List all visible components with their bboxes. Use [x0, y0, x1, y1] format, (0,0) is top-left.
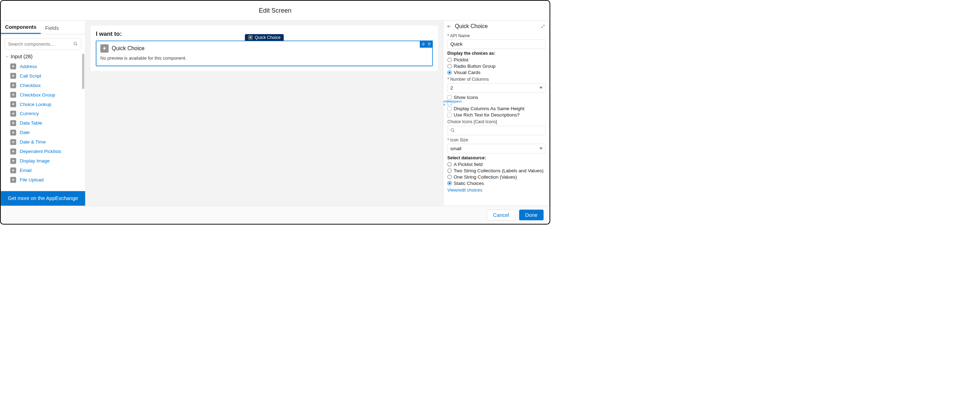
palette-item-label: Email	[20, 168, 32, 173]
palette-item[interactable]: Call Script	[1, 71, 85, 81]
view-edit-choices-link[interactable]: View/edit choices	[447, 188, 546, 193]
component-icon	[10, 167, 16, 173]
component-icon	[10, 83, 16, 89]
palette-item-label: Date	[20, 130, 30, 135]
palette-item[interactable]: Display Image	[1, 156, 85, 166]
component-icon	[10, 139, 16, 145]
checkbox-icon	[447, 113, 452, 117]
palette-item-label: Address	[20, 63, 37, 69]
palette-item-label: Date & Time	[20, 139, 46, 145]
radio-label: Static Choices	[454, 180, 484, 186]
api-name-input[interactable]	[447, 39, 546, 49]
back-button[interactable]	[446, 24, 452, 30]
radio-icon	[447, 168, 452, 173]
checkbox-option[interactable]: Show Icons	[447, 95, 546, 100]
component-icon	[10, 148, 16, 154]
radio-icon	[447, 70, 452, 75]
palette-item[interactable]: Dependent Picklists	[1, 147, 85, 156]
palette-item-label: Checkbox Group	[20, 92, 55, 98]
checkbox-icon: InstantNavigation Mode	[447, 101, 452, 105]
checkbox-label: Use Rich Text for Descriptions?	[454, 112, 520, 118]
svg-point-7	[451, 129, 454, 132]
palette-item-label: Checkbox	[20, 83, 41, 88]
selected-tag: Quick Choice	[245, 34, 284, 41]
cancel-button[interactable]: Cancel	[487, 210, 515, 220]
delete-icon[interactable]	[427, 42, 431, 46]
icon-size-label: Icon Size	[447, 138, 546, 143]
choice-icons-input[interactable]	[457, 128, 542, 133]
palette-item[interactable]: Currency	[1, 109, 85, 119]
screen-canvas: I want to: Quick Choice	[86, 21, 443, 206]
properties-panel: Quick Choice API Name Display the choice…	[443, 21, 549, 206]
component-icon	[10, 102, 16, 107]
no-preview-text: No preview is available for this compone…	[100, 56, 428, 61]
done-button[interactable]: Done	[519, 210, 544, 220]
checkbox-option[interactable]: Display Columns As Same Height	[447, 106, 546, 111]
choice-icons-search[interactable]	[447, 125, 546, 135]
expand-button[interactable]	[540, 24, 546, 30]
num-columns-select[interactable]: 2	[447, 83, 546, 93]
radio-option[interactable]: One String Collection (Values)	[447, 174, 546, 179]
move-icon[interactable]	[421, 42, 425, 46]
tab-fields[interactable]: Fields	[41, 22, 63, 34]
radio-label: Visual Cards	[454, 70, 480, 75]
svg-line-1	[76, 44, 77, 46]
radio-label: One String Collection (Values)	[454, 174, 517, 179]
palette-item[interactable]: Date	[1, 128, 85, 137]
radio-option[interactable]: Static Choices	[447, 180, 546, 186]
api-name-label: API Name	[447, 33, 546, 38]
radio-option[interactable]: Two String Collections (Labels and Value…	[447, 168, 546, 173]
palette-item[interactable]: Date & Time	[1, 137, 85, 147]
palette-item[interactable]: Address	[1, 62, 85, 71]
palette-item[interactable]: File Upload	[1, 175, 85, 184]
selected-component[interactable]: Quick Choice Quick Ch	[96, 41, 433, 66]
palette-item-label: Display Image	[20, 158, 49, 164]
scrollbar-thumb[interactable]	[82, 54, 84, 89]
canvas-container: I want to: Quick Choice	[91, 25, 438, 71]
modal-footer: Cancel Done	[1, 206, 549, 224]
palette-item[interactable]: Checkbox	[1, 81, 85, 90]
radio-icon	[447, 162, 452, 166]
radio-label: Picklist	[454, 57, 469, 63]
radio-option[interactable]: A Picklist field	[447, 161, 546, 167]
checkbox-option[interactable]: Use Rich Text for Descriptions?	[447, 112, 546, 118]
palette-item[interactable]: Data Table	[1, 118, 85, 128]
search-icon	[73, 41, 78, 46]
component-icon	[10, 73, 16, 79]
display-as-label: Display the choices as:	[447, 51, 546, 56]
dropdown-icon	[539, 87, 542, 89]
svg-point-0	[74, 42, 76, 45]
checkbox-label: Show Icons	[454, 95, 479, 100]
component-icon	[10, 177, 16, 183]
choice-icons-label: Choice Icons [Card Icons]	[447, 119, 546, 125]
icon-size-select[interactable]: small	[447, 144, 546, 153]
tab-components[interactable]: Components	[1, 21, 41, 34]
appexchange-link[interactable]: Get more on the AppExchange	[1, 191, 85, 206]
radio-label: Radio Button Group	[454, 63, 496, 69]
palette-item[interactable]: Choice Lookup	[1, 100, 85, 109]
svg-line-6	[542, 27, 542, 28]
modal-header: Edit Screen	[1, 1, 549, 21]
palette-item[interactable]: Email	[1, 166, 85, 175]
group-label: Input (28)	[11, 54, 32, 60]
checkbox-option[interactable]: InstantNavigation Mode	[447, 101, 546, 105]
radio-option[interactable]: Radio Button Group	[447, 63, 546, 69]
search-input[interactable]	[8, 41, 71, 47]
palette-scrollbar[interactable]	[81, 54, 84, 191]
component-search[interactable]	[5, 38, 81, 50]
group-header-input[interactable]: Input (28)	[1, 54, 85, 62]
palette-item[interactable]: Checkbox Group	[1, 90, 85, 100]
num-columns-label: Number of Columns	[447, 77, 546, 82]
datasource-label: Select datasource:	[447, 155, 546, 160]
radio-icon	[447, 181, 452, 185]
checkbox-icon	[447, 107, 452, 111]
radio-option[interactable]: Picklist	[447, 57, 546, 63]
modal-title: Edit Screen	[259, 7, 291, 14]
radio-option[interactable]: Visual Cards	[447, 70, 546, 75]
component-icon	[10, 158, 16, 164]
properties-title: Quick Choice	[455, 23, 538, 30]
components-palette: Components Fields Input (28) Address	[1, 21, 85, 206]
svg-line-8	[453, 131, 454, 132]
checkbox-label: Display Columns As Same Height	[454, 106, 524, 111]
radio-label: A Picklist field	[454, 161, 483, 167]
